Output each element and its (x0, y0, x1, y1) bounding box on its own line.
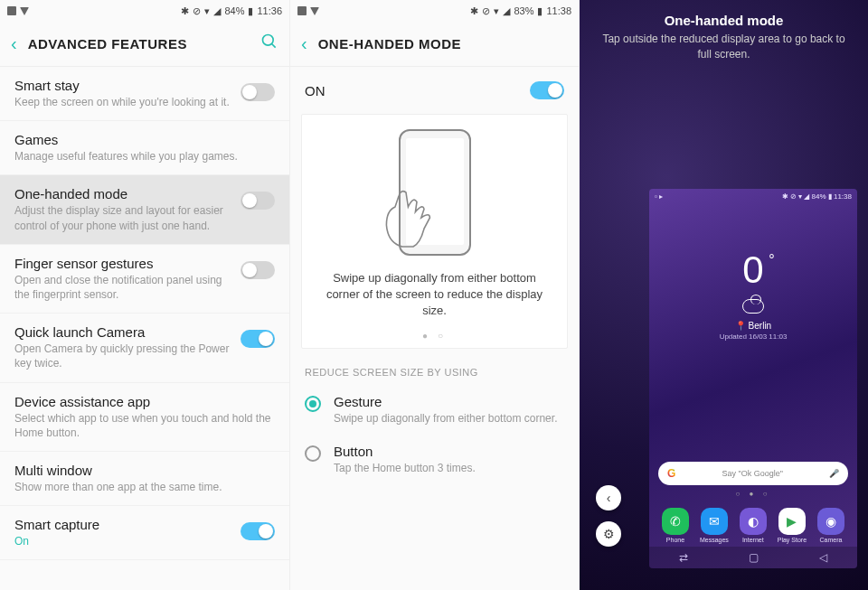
app-label: Camera (817, 537, 844, 543)
section-label: REDUCE SCREEN SIZE BY USING (290, 349, 579, 385)
battery-pct: 84% (811, 192, 826, 201)
google-search-bar[interactable]: G Say "Ok Google" 🎤 (658, 462, 848, 485)
row-title: Multi window (14, 463, 275, 478)
row-desc: On (14, 534, 231, 548)
svg-line-1 (272, 44, 276, 48)
app-camera[interactable]: ◉ Camera (817, 508, 844, 543)
app-play-store[interactable]: ▶ Play Store (778, 508, 807, 543)
row-desc: Keep the screen on while you're looking … (14, 95, 231, 109)
row-finger-sensor[interactable]: Finger sensor gestures Open and close th… (0, 245, 289, 314)
wifi-icon: ▾ (494, 5, 499, 17)
demo-subtitle: Tap outside the reduced display area to … (598, 32, 850, 62)
battery-icon: ▮ (537, 5, 542, 17)
on-label: ON (305, 83, 326, 98)
row-quick-launch-camera[interactable]: Quick launch Camera Open Camera by quick… (0, 314, 289, 382)
toggle-smart-stay[interactable] (241, 83, 275, 101)
option-desc: Swipe up diagonally from either bottom c… (334, 411, 557, 426)
camera-icon: ◉ (817, 508, 844, 535)
app-dock: ✆ Phone ✉ Messages ◐ Internet ▶ Play Sto… (649, 508, 857, 543)
master-toggle-row: ON (290, 67, 579, 114)
row-title: Quick launch Camera (14, 324, 231, 340)
phone-icon: ✆ (662, 508, 689, 535)
alarm-icon: ⊘ (482, 5, 490, 17)
move-button[interactable]: ‹ (596, 485, 621, 510)
app-messages[interactable]: ✉ Messages (700, 508, 729, 543)
app-phone[interactable]: ✆ Phone (662, 508, 689, 543)
option-button[interactable]: Button Tap the Home button 3 times. (290, 435, 579, 484)
toggle-quick-camera[interactable] (241, 330, 275, 348)
row-title: Smart stay (14, 78, 231, 93)
back-icon[interactable]: ‹ (301, 33, 307, 54)
reduced-screen[interactable]: ▫ ▸ ✱ ⊘ ▾ ◢ 84% ▮ 11:38 0 📍 Berlin Updat… (649, 189, 857, 568)
updated-label: Updated 16/03 11:03 (649, 332, 857, 341)
status-bar: ✱ ⊘ ▾ ◢ 83% ▮ 11:38 (290, 0, 579, 22)
row-one-handed-mode[interactable]: One-handed mode Adjust the display size … (0, 175, 289, 244)
status-icon (310, 7, 319, 15)
signal-icon: ◢ (503, 5, 510, 17)
svg-point-0 (263, 35, 274, 46)
city-label: 📍 Berlin (649, 321, 857, 331)
status-time: 11:38 (546, 5, 571, 16)
internet-icon: ◐ (740, 508, 767, 535)
row-desc: Open and close the notification panel us… (14, 273, 231, 302)
option-desc: Tap the Home button 3 times. (334, 461, 476, 475)
toggle-smart-capture[interactable] (241, 522, 275, 540)
radio-button[interactable] (305, 445, 321, 462)
status-icons: ✱ ⊘ ▾ ◢ (782, 192, 810, 201)
home-page-dots: ○ ● ○ (649, 490, 857, 498)
illustration-card: Swipe up diagonally from either bottom c… (301, 114, 568, 349)
toggle-one-handed[interactable] (241, 192, 275, 210)
row-multi-window[interactable]: Multi window Show more than one app at t… (0, 452, 289, 506)
nav-bar: ⇄ ▢ ◁ (649, 547, 857, 568)
toggle-finger-sensor[interactable] (241, 261, 275, 279)
status-icon (7, 6, 16, 15)
option-gesture[interactable]: Gesture Swipe up diagonally from either … (290, 385, 579, 435)
status-icon (297, 6, 307, 15)
battery-icon: ▮ (248, 5, 253, 17)
row-games[interactable]: Games Manage useful features while you p… (0, 121, 289, 175)
page-dots: ● ○ (311, 331, 558, 341)
home-button[interactable]: ▢ (749, 551, 759, 564)
row-device-assistance[interactable]: Device assistance app Select which app t… (0, 383, 289, 452)
search-hint: Say "Ok Google" (722, 469, 782, 478)
row-smart-stay[interactable]: Smart stay Keep the screen on while you'… (0, 67, 289, 121)
row-title: Finger sensor gestures (14, 256, 231, 271)
search-icon[interactable] (260, 33, 278, 55)
google-logo-icon: G (667, 467, 675, 480)
app-label: Internet (740, 537, 767, 543)
app-label: Messages (700, 537, 729, 543)
row-title: Smart capture (14, 517, 231, 532)
battery-icon: ▮ (828, 192, 832, 201)
radio-gesture[interactable] (305, 396, 321, 412)
master-toggle[interactable] (530, 81, 564, 99)
illustration-text: Swipe up diagonally from either bottom c… (311, 267, 558, 323)
row-desc: Show more than one app at the same time. (14, 480, 275, 494)
app-internet[interactable]: ◐ Internet (740, 508, 767, 543)
header: ‹ ADVANCED FEATURES (0, 22, 289, 67)
phone-illustration (399, 129, 471, 256)
status-bar: ✱ ⊘ ▾ ◢ 84% ▮ 11:36 (0, 0, 289, 22)
status-time: 11:36 (257, 5, 282, 16)
back-button[interactable]: ◁ (819, 551, 827, 564)
page-title: ONE-HANDED MODE (318, 36, 568, 52)
demo-pane[interactable]: One-handed mode Tap outside the reduced … (579, 0, 868, 590)
advanced-features-pane: ✱ ⊘ ▾ ◢ 84% ▮ 11:36 ‹ ADVANCED FEATURES … (0, 0, 289, 590)
mic-icon[interactable]: 🎤 (829, 469, 839, 478)
signal-icon: ◢ (213, 5, 221, 17)
row-title: One-handed mode (14, 186, 231, 201)
row-title: Device assistance app (14, 394, 275, 409)
option-title: Gesture (334, 394, 557, 409)
play-store-icon: ▶ (778, 508, 806, 535)
battery-pct: 84% (224, 5, 244, 16)
row-smart-capture[interactable]: Smart capture On (0, 506, 289, 560)
weather-widget[interactable]: 0 📍 Berlin Updated 16/03 11:03 (649, 248, 857, 341)
recents-button[interactable]: ⇄ (679, 551, 688, 564)
battery-pct: 83% (514, 5, 533, 16)
alarm-icon: ⊘ (193, 5, 201, 17)
mini-status-bar: ▫ ▸ ✱ ⊘ ▾ ◢ 84% ▮ 11:38 (649, 189, 857, 203)
back-icon[interactable]: ‹ (11, 33, 17, 54)
app-label: Phone (662, 537, 689, 543)
settings-button[interactable]: ⚙ (596, 521, 621, 547)
status-time: 11:38 (834, 192, 852, 201)
app-label: Play Store (778, 537, 807, 543)
